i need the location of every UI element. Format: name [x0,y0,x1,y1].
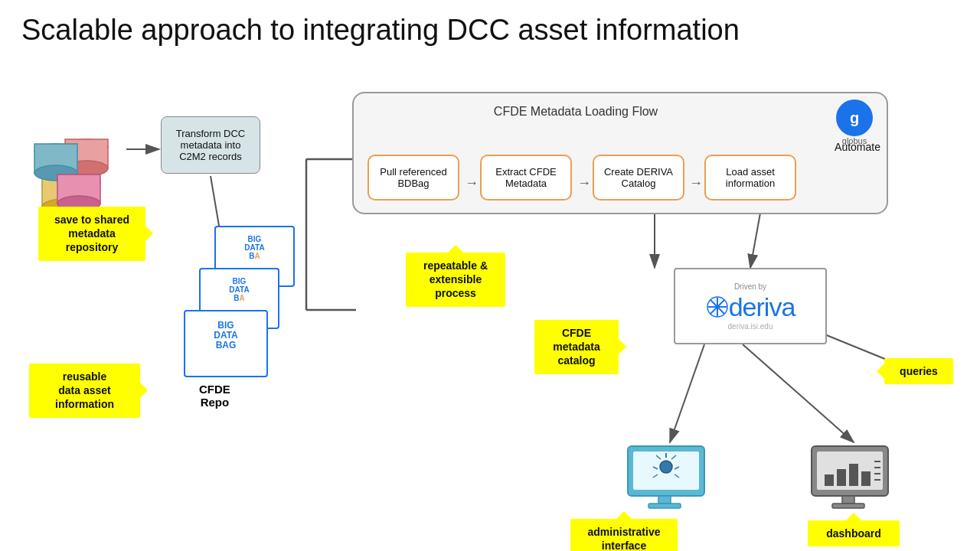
callout-dashboard: dashboard [808,520,900,546]
page-title: Scalable approach to integrating DCC ass… [0,0,980,55]
deriva-star-icon [706,295,729,318]
automate-label: Automate [835,141,880,153]
deriva-box: Driven by deriva deriva.isi.edu [674,268,827,344]
flow-step-4: Load asset information [704,155,796,201]
flow-container: CFDE Metadata Loading Flow g globus Auto… [352,92,888,214]
flow-step-3: Create DERIVA Catalog [593,155,684,201]
svg-rect-54 [842,496,854,504]
callout-admin: administrativeinterface [570,519,678,551]
diagram-area: DCC Transform DCC metadata into C2M2 rec… [0,77,980,551]
svg-line-13 [743,344,854,442]
svg-rect-46 [825,474,834,486]
globus-area: g globus [836,99,873,145]
callout-cfde-metadata: CFDEmetadatacatalog [534,320,619,374]
transform-box: Transform DCC metadata into C2M2 records [161,116,260,174]
svg-rect-49 [861,471,871,486]
svg-rect-47 [837,469,846,486]
callout-repeatable: repeatable &extensibleprocess [406,253,505,307]
deriva-logo-text: deriva [729,292,795,322]
deriva-url: deriva.isi.edu [728,322,773,331]
flow-arrow-1: → [465,175,479,191]
bdb-box-1: BIGDATABAG [184,310,268,377]
cfde-repo-label: CFDE Repo [199,383,230,409]
dashboard-area [808,442,896,514]
callout-queries: queries [884,358,953,384]
flow-arrow-3: → [689,175,703,191]
flow-container-title: CFDE Metadata Loading Flow [354,105,798,119]
deriva-driven-by: Driven by [734,282,766,291]
dashboard-monitor-icon [808,442,896,511]
admin-interface-area [624,442,712,514]
flow-step-1: Pull referenced BDBag [368,155,459,201]
deriva-logo-row: deriva [706,292,795,322]
flow-arrow-2: → [577,175,591,191]
svg-rect-42 [658,496,671,504]
svg-line-12 [670,344,704,442]
flow-step-2: Extract CFDE Metadata [480,155,572,201]
globus-icon: g [836,99,873,136]
admin-monitor-icon [624,442,712,511]
svg-point-34 [660,461,672,473]
svg-rect-43 [648,504,681,508]
callout-reusable: reusabledata assetinformation [29,364,140,418]
callout-save-shared: save to sharedmetadata repository [38,207,145,261]
svg-rect-48 [849,464,858,486]
